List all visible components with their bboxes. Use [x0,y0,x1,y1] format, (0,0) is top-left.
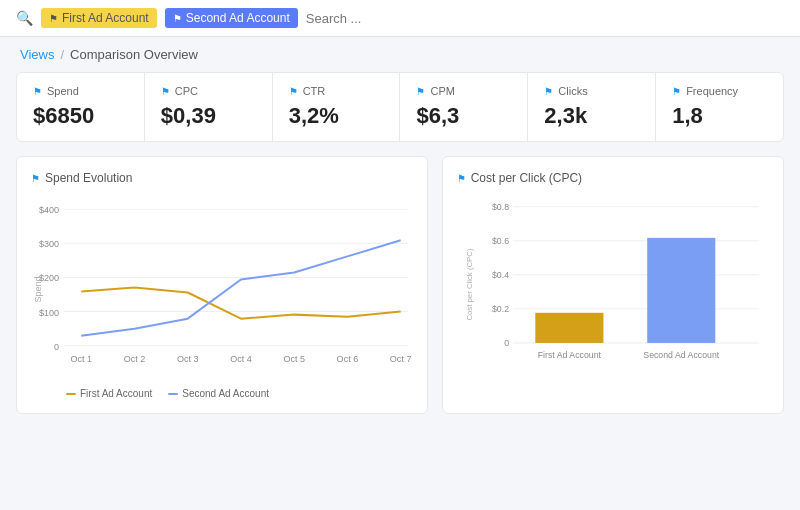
breadcrumb-views[interactable]: Views [20,47,54,62]
spend-evolution-svg: $400 $300 $200 $100 0 Spend Oct 1 Oct 2 … [31,197,413,377]
svg-text:$0.8: $0.8 [492,202,509,212]
svg-text:Spend: Spend [33,276,43,302]
metric-label-cpm: CPM [430,85,454,97]
svg-text:0: 0 [54,342,59,352]
metric-value-ctr: 3,2% [289,103,384,129]
metric-card-cpc: ⚑ CPC $0,39 [145,73,273,141]
spend-chart-legend: First Ad Account Second Ad Account [31,388,413,399]
metric-card-frequency: ⚑ Frequency 1,8 [656,73,783,141]
metric-label-frequency: Frequency [686,85,738,97]
metrics-row: ⚑ Spend $6850 ⚑ CPC $0,39 ⚑ CTR 3,2% ⚑ C… [16,72,784,142]
metric-icon-clicks: ⚑ [544,86,553,97]
svg-text:Oct 3: Oct 3 [177,354,199,364]
cpc-chart-icon: ⚑ [457,173,466,184]
metric-icon-cpc: ⚑ [161,86,170,97]
tag-second-account[interactable]: ⚑ Second Ad Account [165,8,298,28]
breadcrumb: Views / Comparison Overview [0,37,800,72]
svg-text:$0.4: $0.4 [492,270,509,280]
legend-second-label: Second Ad Account [182,388,269,399]
metric-label-cpc: CPC [175,85,198,97]
tag-icon-second: ⚑ [173,13,182,24]
spend-chart-icon: ⚑ [31,173,40,184]
search-icon: 🔍 [16,10,33,26]
cpc-chart-title: Cost per Click (CPC) [471,171,582,185]
metric-value-cpm: $6,3 [416,103,511,129]
breadcrumb-separator: / [60,47,64,62]
metric-card-cpm: ⚑ CPM $6,3 [400,73,528,141]
cpc-bar-svg: $0.8 $0.6 $0.4 $0.2 0 Cost per Click (CP… [457,197,769,377]
svg-text:$100: $100 [39,308,59,318]
svg-text:$0.2: $0.2 [492,304,509,314]
svg-text:Oct 4: Oct 4 [230,354,252,364]
bar-second [647,238,715,343]
metric-label-clicks: Clicks [558,85,587,97]
spend-evolution-chart: ⚑ Spend Evolution $400 $300 $200 $100 0 … [16,156,428,414]
bar-first [535,313,603,343]
metric-label-ctr: CTR [303,85,326,97]
metric-icon-ctr: ⚑ [289,86,298,97]
metric-card-spend: ⚑ Spend $6850 [17,73,145,141]
tag-first-account[interactable]: ⚑ First Ad Account [41,8,157,28]
tag-icon-first: ⚑ [49,13,58,24]
svg-text:Oct 7: Oct 7 [390,354,412,364]
svg-text:Second Ad Account: Second Ad Account [643,350,719,360]
tag-first-label: First Ad Account [62,11,149,25]
breadcrumb-current: Comparison Overview [70,47,198,62]
legend-second: Second Ad Account [168,388,269,399]
metric-icon-spend: ⚑ [33,86,42,97]
svg-text:$300: $300 [39,239,59,249]
cpc-chart: ⚑ Cost per Click (CPC) $0.8 $0.6 $0.4 $0… [442,156,784,414]
charts-row: ⚑ Spend Evolution $400 $300 $200 $100 0 … [16,156,784,414]
legend-dot-blue [168,393,178,395]
svg-text:Oct 1: Oct 1 [70,354,92,364]
svg-text:0: 0 [504,338,509,348]
svg-text:$400: $400 [39,205,59,215]
top-bar: 🔍 ⚑ First Ad Account ⚑ Second Ad Account [0,0,800,37]
svg-text:Oct 6: Oct 6 [337,354,359,364]
metric-value-cpc: $0,39 [161,103,256,129]
svg-text:Oct 5: Oct 5 [283,354,305,364]
metric-value-frequency: 1,8 [672,103,767,129]
spend-chart-title: Spend Evolution [45,171,132,185]
legend-dot-yellow [66,393,76,395]
tag-second-label: Second Ad Account [186,11,290,25]
svg-text:Cost per Click (CPC): Cost per Click (CPC) [465,248,474,320]
svg-text:$0.6: $0.6 [492,236,509,246]
metric-value-clicks: 2,3k [544,103,639,129]
metric-value-spend: $6850 [33,103,128,129]
metric-card-clicks: ⚑ Clicks 2,3k [528,73,656,141]
legend-first: First Ad Account [66,388,152,399]
metric-icon-cpm: ⚑ [416,86,425,97]
metric-card-ctr: ⚑ CTR 3,2% [273,73,401,141]
svg-text:First Ad Account: First Ad Account [537,350,601,360]
metric-icon-frequency: ⚑ [672,86,681,97]
svg-text:Oct 2: Oct 2 [124,354,146,364]
metric-label-spend: Spend [47,85,79,97]
legend-first-label: First Ad Account [80,388,152,399]
search-input[interactable] [306,11,784,26]
